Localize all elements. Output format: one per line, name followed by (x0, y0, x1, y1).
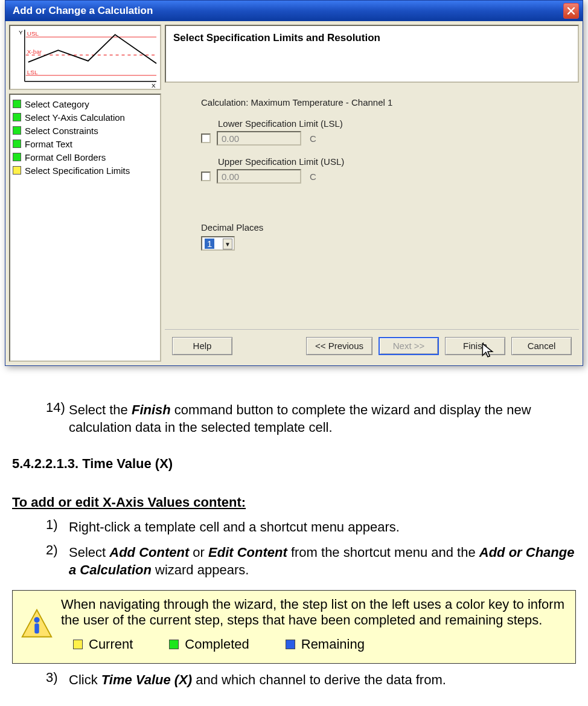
step-3: 3) Click Time Value (X) and which channe… (46, 669, 576, 688)
step-14: 14) Select the Finish command button to … (46, 399, 576, 437)
list-number: 3) (46, 669, 69, 687)
chart-thumbnail: Y X USL X-bar LSL (9, 25, 161, 90)
button-bar: Help << Previous Next >> Finish Cancel (165, 329, 579, 362)
decimal-value: 1 (205, 239, 214, 249)
help-button[interactable]: Help (172, 337, 232, 355)
step-label: Select Category (25, 99, 89, 109)
step-label: Select Specification Limits (25, 165, 130, 176)
step-status-icon (13, 153, 21, 161)
step-select-y-axis[interactable]: Select Y-Axis Calculation (13, 111, 158, 124)
lsl-unit: C (310, 133, 316, 144)
legend-remaining: Remaining (286, 637, 365, 652)
svg-text:Y: Y (19, 29, 23, 36)
step-status-icon (13, 140, 21, 148)
titlebar: Add or Change a Calculation (5, 1, 583, 21)
finish-button[interactable]: Finish (445, 337, 505, 355)
calculation-label: Calculation: Maximum Temperature - Chann… (201, 97, 555, 108)
lsl-checkbox[interactable] (201, 133, 211, 143)
step-2: 2) Select Add Content or Edit Content fr… (46, 541, 576, 579)
step-label: Format Text (25, 139, 72, 149)
step-format-cell-borders[interactable]: Format Cell Borders (13, 150, 158, 164)
next-button[interactable]: Next >> (379, 337, 439, 355)
step-select-category[interactable]: Select Category (13, 97, 158, 111)
step-list: Select Category Select Y-Axis Calculatio… (9, 94, 161, 362)
list-number: 14) (46, 399, 69, 417)
legend-box-icon (286, 640, 295, 649)
legend-completed: Completed (169, 637, 249, 652)
subsection-heading: To add or edit X-Axis Values content: (12, 493, 576, 512)
lsl-label: Lower Specification Limit (LSL) (218, 118, 555, 129)
svg-text:USL: USL (27, 30, 39, 37)
step-status-icon (13, 100, 21, 108)
decimal-places-select[interactable]: 1 ▼ (201, 236, 235, 251)
step-status-icon (13, 126, 21, 135)
svg-text:LSL: LSL (27, 69, 38, 75)
usl-checkbox[interactable] (201, 172, 211, 181)
wizard-dialog: Add or Change a Calculation Y X USL X-ba (5, 0, 583, 366)
previous-button[interactable]: << Previous (306, 337, 372, 355)
info-icon (20, 608, 54, 641)
svg-rect-12 (34, 623, 39, 634)
list-number: 2) (46, 541, 69, 559)
step-select-spec-limits[interactable]: Select Specification Limits (13, 164, 158, 177)
form-area: Calculation: Maximum Temperature - Chann… (165, 83, 579, 329)
step-label: Format Cell Borders (25, 152, 106, 162)
note-text: When navigating through the wizard, the … (61, 597, 570, 628)
step-label: Select Y-Axis Calculation (25, 112, 125, 123)
legend-box-icon (73, 640, 83, 649)
lsl-input[interactable] (217, 131, 301, 146)
section-heading: 5.4.2.2.1.3. Time Value (X) (12, 455, 576, 473)
document-body: 14) Select the Finish command button to … (0, 378, 588, 585)
close-icon (567, 7, 575, 15)
close-button[interactable] (563, 3, 579, 19)
svg-text:X-bar: X-bar (27, 48, 42, 55)
svg-point-11 (34, 617, 39, 623)
chevron-down-icon: ▼ (223, 239, 232, 249)
svg-text:X: X (152, 82, 156, 89)
window-title: Add or Change a Calculation (9, 5, 563, 17)
list-number: 1) (46, 516, 69, 534)
decimal-label: Decimal Places (201, 222, 555, 233)
step-format-text[interactable]: Format Text (13, 137, 158, 150)
cancel-button[interactable]: Cancel (511, 337, 572, 355)
step-status-icon (13, 113, 21, 121)
step-select-constraints[interactable]: Select Constraints (13, 124, 158, 137)
info-note: When navigating through the wizard, the … (12, 590, 576, 664)
panel-heading: Select Specification Limits and Resoluti… (165, 25, 579, 83)
usl-input[interactable] (217, 169, 301, 184)
step-1: 1) Right-click a template cell and a sho… (46, 516, 576, 536)
usl-label: Upper Specification Limit (USL) (218, 156, 555, 167)
usl-unit: C (310, 172, 316, 182)
color-legend: Current Completed Remaining (73, 637, 570, 652)
dialog-screenshot: Add or Change a Calculation Y X USL X-ba (0, 0, 588, 378)
step-label: Select Constraints (25, 126, 98, 136)
step-status-icon (13, 166, 21, 175)
legend-current: Current (73, 637, 133, 652)
legend-box-icon (169, 640, 179, 649)
